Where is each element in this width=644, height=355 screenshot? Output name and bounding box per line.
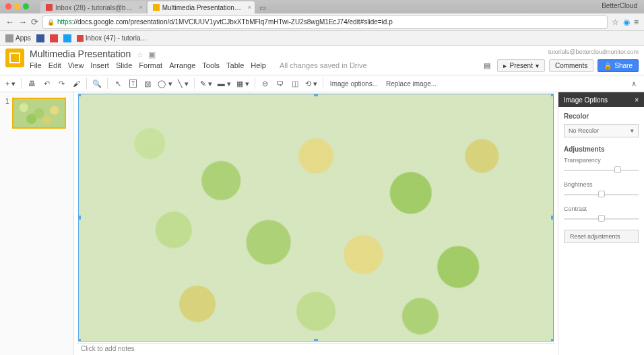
browser-tab-slides[interactable]: Multimedia Presentation… × [148, 1, 255, 13]
close-icon[interactable]: × [139, 4, 142, 11]
resize-handle-icon[interactable] [78, 216, 81, 220]
reload-button[interactable]: ⟳ [31, 17, 38, 27]
star-icon[interactable]: ☆ [137, 51, 143, 59]
slide-canvas[interactable] [78, 94, 554, 342]
resize-handle-icon[interactable] [551, 339, 554, 342]
textbox-icon[interactable]: 🅃 [127, 77, 139, 90]
contrast-label: Contrast [564, 205, 639, 212]
line-icon[interactable]: ╲ ▾ [176, 77, 190, 90]
reset-adjustments-button[interactable]: Reset adjustments [564, 230, 639, 243]
browser-tab-inbox[interactable]: Inbox (28) - tutorials@b… × [40, 1, 146, 13]
bookmark-fb[interactable] [36, 34, 44, 42]
border-icon[interactable]: ▦ ▾ [235, 77, 251, 90]
slide-thumbnail[interactable] [12, 98, 66, 129]
menu-tools[interactable]: Tools [202, 61, 220, 69]
new-slide-button[interactable]: + ▾ [4, 77, 17, 90]
chevron-down-icon: ▾ [631, 127, 634, 134]
canvas-area: Click to add notes [74, 92, 558, 355]
maximize-window-icon[interactable] [23, 3, 29, 9]
menu-view[interactable]: View [68, 61, 84, 69]
paint-format-icon[interactable]: 🖌 [70, 77, 82, 90]
menu-icon[interactable]: ≡ [634, 18, 639, 27]
slider-thumb-icon[interactable] [598, 191, 605, 197]
menu-help[interactable]: Help [251, 61, 266, 69]
slider-thumb-icon[interactable] [598, 215, 605, 222]
present-button[interactable]: ▸ Present ▾ [497, 59, 544, 72]
adjustments-label: Adjustments [564, 146, 639, 153]
reset-image-icon[interactable]: ⟲ ▾ [304, 77, 319, 90]
comment-icon[interactable]: 🗨 [274, 77, 286, 90]
close-icon[interactable]: × [635, 96, 639, 104]
image-options-button[interactable]: Image options... [327, 80, 381, 88]
address-bar[interactable]: 🔒 https://docs.google.com/presentation/d… [42, 15, 608, 29]
browser-profile-label[interactable]: BetterCloud [602, 2, 637, 9]
address-bar-row: ← → ⟳ 🔒 https://docs.google.com/presenta… [0, 13, 644, 31]
menu-bar: File Edit View Insert Slide Format Arran… [30, 61, 481, 69]
image-icon[interactable]: ▧ [141, 77, 154, 90]
comments-button[interactable]: Comments [549, 59, 593, 72]
crop-tool-icon[interactable]: ◫ [289, 77, 301, 90]
bookmark-more[interactable] [50, 34, 58, 42]
menu-insert[interactable]: Insert [90, 61, 109, 69]
chat-icon[interactable]: ▤ [481, 60, 493, 72]
menu-format[interactable]: Format [139, 61, 162, 69]
close-icon[interactable]: × [248, 4, 251, 11]
window-controls [5, 3, 29, 9]
menu-file[interactable]: File [30, 61, 42, 69]
resize-handle-icon[interactable] [314, 339, 318, 342]
undo-button[interactable]: ↶ [40, 77, 53, 90]
resize-handle-icon[interactable] [78, 94, 81, 96]
brightness-slider[interactable] [564, 189, 639, 200]
forward-button[interactable]: → [18, 17, 27, 27]
url-scheme: https [57, 18, 72, 26]
gmail-icon [46, 4, 53, 11]
folder-icon[interactable]: ▣ [148, 50, 156, 59]
slide-number: 1 [5, 98, 9, 129]
replace-image-button[interactable]: Replace image... [383, 80, 439, 88]
mask-icon[interactable]: ▬ ▾ [216, 77, 232, 90]
bookmark-gmail[interactable]: Inbox (47) - tutoria… [77, 34, 148, 42]
filmstrip: 1 [0, 92, 74, 355]
account-email[interactable]: tutorials@bettercloudmonitor.com [481, 49, 639, 55]
print-icon[interactable]: 🖶 [26, 77, 38, 90]
bookmarks-bar: Apps Inbox (47) - tutoria… [0, 31, 644, 46]
doc-title[interactable]: Multimedia Presentation [30, 49, 131, 59]
tab-label: Multimedia Presentation… [162, 4, 241, 11]
new-tab-button[interactable]: ▭ [256, 3, 269, 13]
menu-table[interactable]: Table [226, 61, 244, 69]
share-button[interactable]: 🔒 Share [598, 59, 639, 72]
back-button[interactable]: ← [5, 17, 14, 27]
browser-tab-bar: Inbox (28) - tutorials@b… × Multimedia P… [0, 0, 644, 13]
menu-edit[interactable]: Edit [49, 61, 61, 69]
extension-icon[interactable]: ◉ [623, 18, 630, 27]
speaker-notes[interactable]: Click to add notes [77, 343, 555, 355]
resize-handle-icon[interactable] [551, 216, 554, 220]
redo-button[interactable]: ↷ [55, 77, 67, 90]
gmail-icon [77, 35, 84, 42]
close-window-icon[interactable] [5, 3, 11, 9]
menu-slide[interactable]: Slide [116, 61, 132, 69]
resize-handle-icon[interactable] [551, 94, 554, 96]
bookmark-tw[interactable] [63, 34, 71, 42]
minimize-window-icon[interactable] [14, 3, 20, 9]
collapse-menu-icon[interactable]: ⋏ [628, 77, 640, 90]
slides-icon [153, 4, 160, 11]
select-tool-icon[interactable]: ↖ [112, 77, 124, 90]
menu-arrange[interactable]: Arrange [169, 61, 195, 69]
bookmark-icon [50, 34, 58, 42]
facebook-icon [36, 34, 44, 42]
apps-bookmark[interactable]: Apps [5, 34, 31, 42]
shape-icon[interactable]: ◯ ▾ [156, 77, 173, 90]
slides-logo-icon[interactable] [5, 49, 24, 67]
slider-thumb-icon[interactable] [614, 166, 621, 173]
link-icon[interactable]: ⊖ [259, 77, 271, 90]
zoom-icon[interactable]: 🔍 [91, 77, 103, 90]
tab-label: Inbox (28) - tutorials@b… [55, 4, 133, 11]
transparency-slider[interactable] [564, 165, 639, 176]
resize-handle-icon[interactable] [314, 94, 318, 96]
crop-icon[interactable]: ✎ ▾ [199, 77, 214, 90]
contrast-slider[interactable] [564, 214, 639, 224]
resize-handle-icon[interactable] [78, 339, 81, 342]
recolor-select[interactable]: No Recolor ▾ [564, 124, 639, 137]
star-icon[interactable]: ☆ [612, 18, 619, 27]
